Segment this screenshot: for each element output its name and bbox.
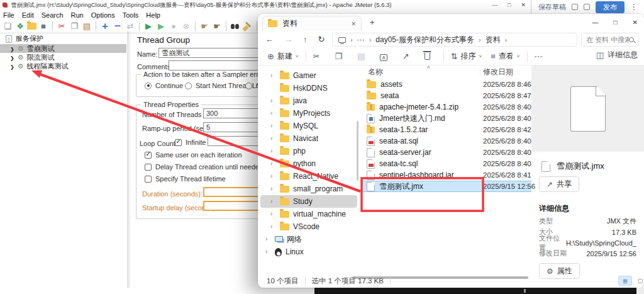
file-row[interactable]: Jmeter快速入门.md 2025/6/28 8:40 [362, 113, 531, 124]
panel-splitter[interactable] [128, 31, 130, 288]
remote-start-all-icon[interactable]: ☛ [199, 21, 210, 32]
breadcrumb-day05[interactable]: day05-服务保护和分布式事务 [375, 35, 474, 45]
menu-item[interactable]: Search [42, 11, 64, 19]
shutdown-icon[interactable]: ⊗ [180, 21, 192, 32]
chevron-right-icon[interactable] [270, 186, 276, 192]
chevron-right-icon[interactable] [270, 198, 276, 205]
nav-item[interactable]: VScode [260, 220, 357, 233]
nav-item[interactable]: virtual_machine [260, 208, 357, 220]
details-pane-toggle[interactable]: ◫ 详细信息 [596, 50, 638, 60]
same-user-checkbox[interactable] [145, 152, 152, 159]
search-icon[interactable] [230, 21, 241, 32]
column-header-date[interactable]: 修改日期 [483, 67, 513, 77]
radio-stop-thread[interactable] [245, 82, 252, 89]
breadcrumb-ellipsis[interactable]: ··· [357, 35, 365, 44]
more-options-icon[interactable]: ⋮ [630, 3, 638, 11]
add-icon[interactable]: + [99, 21, 111, 32]
search-input[interactable]: 在 资料 中搜索 [581, 33, 639, 47]
radio-continue[interactable] [145, 82, 152, 89]
file-row[interactable]: 雪崩测试.jmx 2025/9/15 12:56 [362, 181, 531, 192]
nav-item[interactable]: Linux [260, 246, 357, 258]
menu-item[interactable]: Help [146, 11, 160, 19]
share-icon[interactable]: ↗ [398, 49, 420, 64]
clear-search-icon[interactable] [242, 21, 253, 32]
nav-item[interactable]: MySQL [260, 120, 357, 132]
start-no-pauses-icon[interactable]: ▶ [155, 21, 167, 32]
copy-icon[interactable]: ❐ [330, 49, 353, 64]
maximize-icon[interactable]: □ [614, 19, 618, 26]
share-button[interactable]: ↗ 共享 [539, 176, 579, 192]
paste-icon[interactable]: ▤ [81, 21, 92, 32]
menu-item[interactable]: Tools [123, 11, 139, 19]
menu-item[interactable]: Run [71, 11, 84, 19]
undo-redo-icon[interactable]: ⇄ [125, 21, 136, 32]
delay-thread-creation-checkbox[interactable] [145, 164, 152, 171]
radio-start-next-thread-loop[interactable] [185, 82, 192, 89]
browser-square-icon[interactable] [572, 4, 578, 10]
minimize-icon[interactable]: — [592, 19, 599, 26]
nav-item[interactable]: Study [260, 195, 357, 208]
nav-item[interactable]: java [260, 94, 357, 107]
chevron-right-icon[interactable] [10, 45, 14, 52]
new-tab-button[interactable]: + [370, 18, 375, 27]
menu-item[interactable]: Edit [22, 11, 34, 19]
save-icon[interactable]: ■ [38, 21, 49, 32]
minimize-icon[interactable]: — [492, 2, 497, 8]
thread-lifetime-checkbox[interactable] [145, 176, 152, 183]
nav-item[interactable]: php [260, 145, 357, 157]
more-options-button[interactable]: ⋯ [530, 49, 553, 64]
cut-icon[interactable]: ✂ [309, 49, 331, 64]
nav-item[interactable]: HskDDNS [260, 82, 357, 94]
chevron-right-icon[interactable] [265, 236, 271, 242]
chevron-right-icon[interactable] [10, 54, 14, 61]
file-row[interactable]: seata-tc.sql 2025/6/28 8:40 [362, 158, 531, 169]
cut-icon[interactable]: ✂ [56, 21, 67, 32]
delete-icon[interactable] [420, 49, 441, 64]
chevron-right-icon[interactable] [270, 110, 276, 116]
details-view-button[interactable]: ≣ [618, 276, 632, 286]
menu-item[interactable]: File [3, 11, 14, 19]
chevron-right-icon[interactable] [265, 249, 271, 255]
chevron-right-icon[interactable] [270, 98, 276, 104]
copy-icon[interactable]: ❐ [69, 21, 80, 32]
file-row[interactable]: seata-server.jar 2025/6/28 8:40 [362, 147, 531, 158]
file-row[interactable]: seata 2025/6/28 8:47 [362, 90, 531, 101]
thumbnail-view-button[interactable]: ▢ [634, 276, 644, 286]
this-pc-icon[interactable] [338, 37, 346, 43]
menu-item[interactable]: Options [91, 11, 115, 19]
close-icon[interactable]: ✕ [521, 2, 526, 8]
chevron-right-icon[interactable] [270, 85, 276, 91]
stop-icon[interactable]: ● [168, 21, 179, 32]
remote-shutdown-all-icon[interactable]: ☛ [211, 21, 223, 32]
file-row[interactable]: sentinel-dashboard.jar 2025/6/28 8:41 [362, 169, 531, 181]
chevron-right-icon[interactable] [270, 223, 276, 230]
explorer-tab[interactable]: 资料 ✕ [262, 16, 362, 31]
tree-root-test-plan[interactable]: 服务保护 [6, 34, 43, 43]
nav-item[interactable]: 网络 [260, 233, 357, 246]
chevron-right-icon[interactable] [270, 135, 276, 142]
publish-button[interactable]: 发布 [596, 1, 625, 13]
tree-item[interactable]: 线程隔离测试 [0, 62, 126, 71]
chevron-right-icon[interactable] [270, 161, 276, 167]
chevron-right-icon[interactable] [270, 173, 276, 179]
file-row[interactable]: apache-jmeter-5.4.1.zip 2025/6/28 8:40 [362, 101, 531, 113]
nav-item[interactable]: Navicat [260, 132, 357, 145]
tree-item[interactable]: 雪崩测试 [0, 44, 126, 53]
nav-item[interactable]: MyProjects [260, 107, 357, 120]
sort-button[interactable]: ⇅ 排序 ˅ [447, 49, 487, 64]
close-icon[interactable]: ✕ [633, 19, 638, 26]
chevron-right-icon[interactable] [270, 148, 276, 154]
tab-close-icon[interactable]: ✕ [351, 21, 356, 27]
nav-item[interactable]: small_program [260, 183, 357, 195]
file-row[interactable]: assets 2025/6/28 8:46 [362, 79, 531, 90]
up-icon[interactable]: ↑ [303, 35, 308, 44]
nav-pane-scrollbar[interactable] [357, 121, 358, 181]
start-icon[interactable]: ▶ [143, 21, 154, 32]
tree-item[interactable]: 限流测试 [0, 53, 126, 62]
comments-input[interactable] [169, 60, 267, 71]
new-button[interactable]: ⊕ 新建 ˅ [263, 49, 303, 64]
infinite-checkbox[interactable] [175, 139, 182, 146]
browser-square-icon[interactable] [584, 4, 590, 10]
breadcrumb-ziliao[interactable]: 资料 [486, 35, 501, 45]
column-divider[interactable] [480, 67, 480, 76]
